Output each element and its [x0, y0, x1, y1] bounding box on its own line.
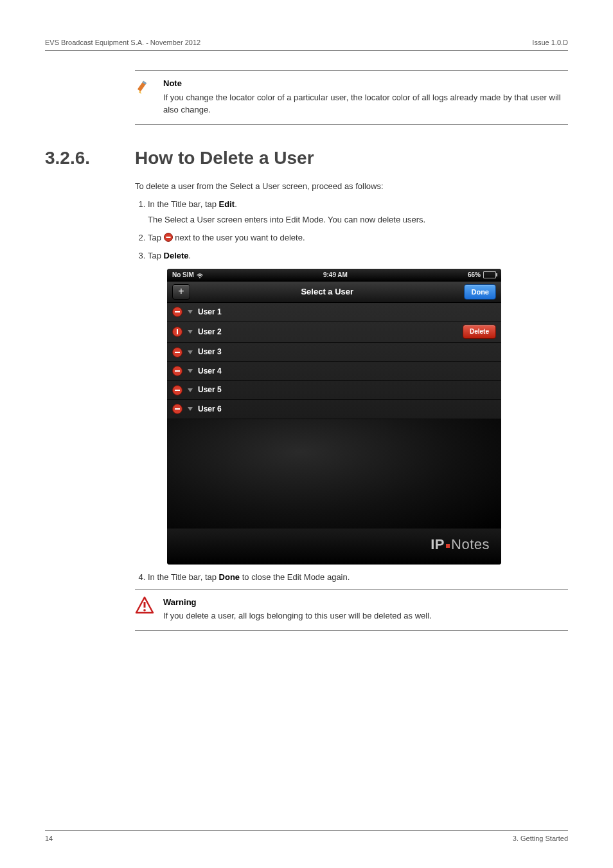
warning-body-text: If you delete a user, all logs belonging… [163, 610, 432, 622]
warning-title: Warning [163, 596, 432, 609]
minus-circle-icon [164, 233, 173, 242]
delete-toggle-icon[interactable] [172, 385, 182, 395]
section-number: 3.2.6. [45, 148, 116, 168]
disclosure-triangle-icon [188, 310, 193, 314]
delete-toggle-icon[interactable] [172, 404, 182, 414]
step-2: Tap next to the user you want to delete. [148, 231, 568, 244]
svg-point-5 [199, 277, 200, 278]
note-callout: Note If you change the locator color of … [135, 70, 568, 125]
step-4: In the Title bar, tap Done to close the … [148, 571, 568, 584]
battery-percent: 66% [468, 270, 481, 280]
delete-toggle-icon[interactable] [172, 347, 182, 357]
carrier-text: No SIM [172, 270, 194, 280]
svg-rect-15 [175, 390, 180, 391]
step-3: Tap Delete. No SIM 9:49 AM 66% [148, 249, 568, 565]
section-heading: 3.2.6. How to Delete a User [45, 148, 568, 168]
disclosure-triangle-icon [188, 369, 193, 373]
user-name-label: User 5 [198, 384, 496, 396]
svg-rect-11 [175, 352, 180, 353]
step-1-sub: The Select a User screen enters into Edi… [148, 213, 568, 226]
disclosure-triangle-icon [188, 330, 193, 334]
wifi-icon [197, 272, 203, 278]
user-name-label: User 1 [198, 306, 496, 318]
disclosure-triangle-icon [188, 350, 193, 354]
delete-toggle-icon[interactable] [172, 307, 182, 317]
page-footer: 14 3. Getting Started [45, 830, 568, 842]
delete-toggle-icon[interactable] [172, 366, 182, 376]
user-row[interactable]: User 2Delete [167, 321, 501, 343]
user-row[interactable]: User 3 [167, 343, 501, 362]
user-row[interactable]: User 1 [167, 303, 501, 322]
user-name-label: User 6 [198, 403, 496, 415]
warning-callout: Warning If you delete a user, all logs b… [135, 589, 568, 631]
pencil-icon [135, 77, 154, 116]
header-left: EVS Broadcast Equipment S.A. - November … [45, 39, 200, 46]
delete-toggle-rotated-icon[interactable] [172, 327, 182, 337]
app-footer: IPNotes [167, 529, 501, 565]
brand-dot-icon [446, 544, 450, 548]
user-name-label: User 4 [198, 365, 496, 377]
user-row[interactable]: User 5 [167, 381, 501, 400]
svg-rect-17 [175, 408, 180, 410]
user-list: User 1User 2DeleteUser 3User 4User 5User… [167, 303, 501, 419]
svg-rect-13 [175, 370, 180, 372]
user-name-label: User 3 [198, 346, 496, 358]
page-number: 14 [45, 835, 53, 842]
user-row[interactable]: User 6 [167, 400, 501, 419]
battery-icon [483, 271, 496, 278]
step-1: In the Title bar, tap Edit. The Select a… [148, 198, 568, 226]
status-time: 9:49 AM [323, 270, 348, 280]
svg-point-20 [143, 609, 146, 611]
running-header: EVS Broadcast Equipment S.A. - November … [45, 39, 568, 51]
svg-rect-7 [175, 311, 180, 312]
svg-rect-19 [144, 602, 146, 608]
note-title: Note [163, 77, 568, 90]
section-title: How to Delete a User [135, 148, 314, 168]
delete-button[interactable]: Delete [463, 325, 496, 339]
app-screenshot: No SIM 9:49 AM 66% + Select [167, 269, 501, 565]
intro-text: To delete a user from the Select a User … [135, 180, 568, 193]
disclosure-triangle-icon [188, 388, 193, 392]
app-empty-area [167, 419, 501, 529]
disclosure-triangle-icon [188, 407, 193, 411]
status-bar: No SIM 9:49 AM 66% [167, 269, 501, 282]
nav-bar: + Select a User Done [167, 282, 501, 303]
warning-triangle-icon [135, 596, 154, 622]
header-right: Issue 1.0.D [532, 39, 568, 46]
svg-rect-4 [166, 237, 170, 238]
note-body-text: If you change the locator color of a par… [163, 91, 568, 116]
user-row[interactable]: User 4 [167, 362, 501, 381]
svg-rect-9 [177, 329, 178, 334]
nav-title: Select a User [301, 285, 353, 298]
app-brand: IPNotes [431, 536, 490, 552]
done-button[interactable]: Done [464, 284, 496, 300]
add-button[interactable]: + [172, 284, 190, 300]
user-name-label: User 2 [198, 326, 463, 338]
chapter-label: 3. Getting Started [513, 835, 568, 842]
